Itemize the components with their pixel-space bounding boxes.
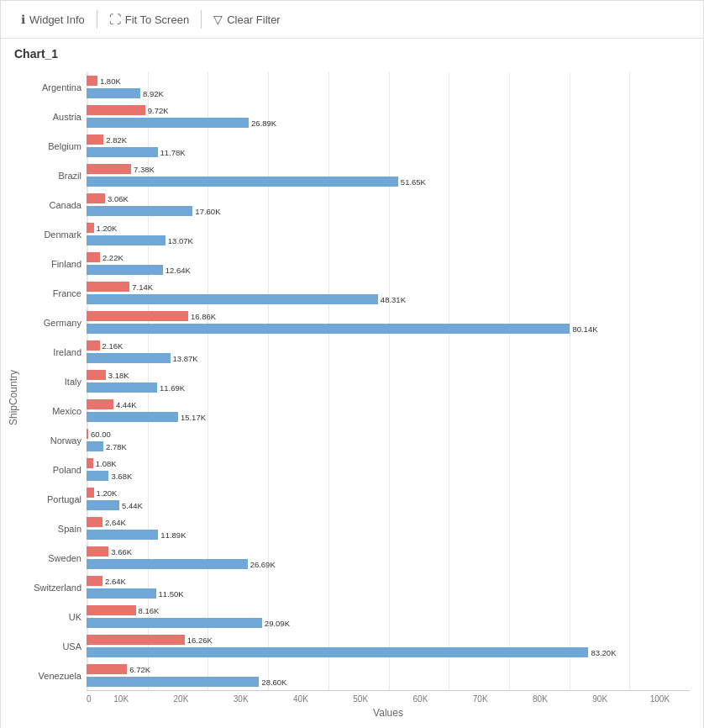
x-tick: 40K bbox=[271, 694, 330, 704]
bars-group: 2.16K13.87K bbox=[87, 340, 690, 364]
country-label: Portugal bbox=[26, 494, 87, 504]
country-row: Brazil7.38K51.65K bbox=[26, 163, 690, 187]
x-axis: 010K20K30K40K50K60K70K80K90K100K bbox=[87, 690, 690, 704]
bar-row-blue: 11.89K bbox=[87, 529, 690, 541]
chart-inner: Argentina1.80K8.92KAustria9.72K26.89KBel… bbox=[26, 72, 690, 722]
country-label: UK bbox=[26, 612, 87, 622]
bar-blue bbox=[87, 471, 108, 481]
country-label: Sweden bbox=[26, 553, 87, 563]
chart-area: ShipCountry Argentina1.80K8.92KAustria9.… bbox=[1, 66, 703, 728]
bar-row-red: 4.44K bbox=[87, 398, 690, 410]
country-row: Denmark1.20K13.07K bbox=[26, 222, 690, 246]
divider-2 bbox=[201, 10, 202, 29]
divider-1 bbox=[97, 10, 97, 29]
bar-blue-label: 3.68K bbox=[111, 472, 132, 481]
bar-blue bbox=[87, 206, 192, 216]
bar-row-blue: 28.60K bbox=[87, 676, 690, 688]
x-tick: 10K bbox=[92, 694, 151, 704]
bar-red-label: 9.72K bbox=[148, 106, 169, 115]
bar-blue-label: 29.09K bbox=[265, 619, 290, 628]
bar-row-blue: 51.65K bbox=[87, 176, 690, 187]
country-label: Norway bbox=[26, 435, 87, 446]
bar-red-label: 3.18K bbox=[108, 371, 129, 380]
bar-blue-label: 17.60K bbox=[195, 207, 220, 216]
bar-red-label: 2.64K bbox=[105, 518, 126, 527]
bar-red bbox=[87, 664, 127, 674]
bar-blue bbox=[87, 677, 259, 687]
bars-group: 7.14K48.31K bbox=[87, 281, 690, 305]
bar-red bbox=[87, 340, 100, 351]
bars-group: 4.44K15.17K bbox=[87, 398, 690, 423]
fit-to-screen-button[interactable]: ⛶ Fit To Screen bbox=[99, 8, 199, 31]
country-row: Norway60.002.78K bbox=[26, 428, 690, 452]
country-label: Canada bbox=[26, 200, 87, 210]
bar-red bbox=[87, 546, 108, 557]
country-label: Venezuela bbox=[26, 671, 87, 681]
country-row: Sweden3.66K26.69K bbox=[26, 546, 690, 570]
bar-red bbox=[87, 488, 94, 498]
main-container: ℹ Widget Info ⛶ Fit To Screen ▽ Clear Fi… bbox=[0, 0, 704, 728]
bar-red-label: 7.38K bbox=[134, 165, 155, 174]
bars-group: 2.82K11.78K bbox=[87, 134, 690, 158]
bar-row-red: 2.64K bbox=[87, 575, 690, 587]
bar-row-red: 2.22K bbox=[87, 251, 690, 263]
bar-blue-label: 11.78K bbox=[160, 148, 186, 157]
bar-row-blue: 3.68K bbox=[87, 470, 690, 482]
x-tick: 100K bbox=[630, 694, 690, 704]
bar-row-red: 8.16K bbox=[87, 604, 690, 616]
bar-red-label: 2.22K bbox=[102, 253, 123, 262]
bars-group: 1.80K8.92K bbox=[87, 75, 690, 99]
country-label: Argentina bbox=[26, 82, 87, 92]
clear-filter-button[interactable]: ▽ Clear Filter bbox=[203, 8, 291, 31]
bar-row-blue: 83.20K bbox=[87, 646, 690, 658]
bar-red bbox=[87, 252, 100, 262]
bar-row-blue: 12.64K bbox=[87, 264, 690, 276]
bars-container: Argentina1.80K8.92KAustria9.72K26.89KBel… bbox=[26, 72, 690, 690]
bar-red bbox=[87, 576, 102, 586]
country-label: Finland bbox=[26, 259, 87, 269]
bar-blue-label: 11.69K bbox=[160, 383, 185, 393]
country-row: Austria9.72K26.89K bbox=[26, 104, 690, 129]
bar-row-red: 3.06K bbox=[87, 193, 690, 204]
x-tick: 70K bbox=[450, 694, 510, 704]
bar-red-label: 1.08K bbox=[96, 459, 117, 468]
bar-red-label: 16.86K bbox=[191, 312, 216, 321]
bar-row-blue: 11.78K bbox=[87, 146, 690, 158]
bars-group: 16.26K83.20K bbox=[87, 634, 690, 658]
country-label: Mexico bbox=[26, 406, 87, 416]
bar-blue bbox=[87, 382, 157, 393]
country-row: UK8.16K29.09K bbox=[26, 604, 690, 629]
country-row: Belgium2.82K11.78K bbox=[26, 134, 690, 158]
bar-blue-label: 11.89K bbox=[160, 530, 186, 540]
bar-red-label: 1.80K bbox=[100, 76, 121, 86]
bar-row-red: 7.38K bbox=[87, 163, 690, 175]
bars-group: 1.20K5.44K bbox=[87, 487, 690, 511]
country-row: Finland2.22K12.64K bbox=[26, 251, 690, 276]
bar-red bbox=[87, 399, 113, 409]
bar-row-blue: 29.09K bbox=[87, 617, 690, 629]
country-row: Argentina1.80K8.92K bbox=[26, 75, 690, 99]
bar-red-label: 2.82K bbox=[106, 135, 127, 145]
x-tick: 80K bbox=[510, 694, 570, 704]
bar-blue bbox=[87, 235, 165, 245]
bar-row-blue: 48.31K bbox=[87, 293, 690, 305]
bar-red-label: 6.72K bbox=[129, 665, 150, 674]
x-axis-label: Values bbox=[87, 704, 690, 722]
country-row: Venezuela6.72K28.60K bbox=[26, 663, 690, 688]
filter-icon: ▽ bbox=[213, 13, 223, 26]
bar-red-label: 8.16K bbox=[139, 606, 160, 615]
bar-blue-label: 5.44K bbox=[122, 501, 143, 510]
bar-row-red: 3.18K bbox=[87, 369, 690, 381]
bar-blue bbox=[87, 353, 171, 363]
bar-blue bbox=[87, 147, 158, 157]
bar-blue bbox=[87, 294, 378, 304]
bar-blue-label: 11.50K bbox=[159, 589, 184, 599]
bar-red bbox=[87, 282, 129, 292]
bar-blue-label: 26.89K bbox=[251, 119, 276, 128]
widget-info-button[interactable]: ℹ Widget Info bbox=[11, 8, 95, 31]
bar-row-blue: 13.87K bbox=[87, 352, 690, 364]
country-row: Italy3.18K11.69K bbox=[26, 369, 690, 393]
bars-group: 7.38K51.65K bbox=[87, 163, 690, 187]
bar-red bbox=[87, 193, 105, 203]
x-tick: 20K bbox=[151, 694, 211, 704]
